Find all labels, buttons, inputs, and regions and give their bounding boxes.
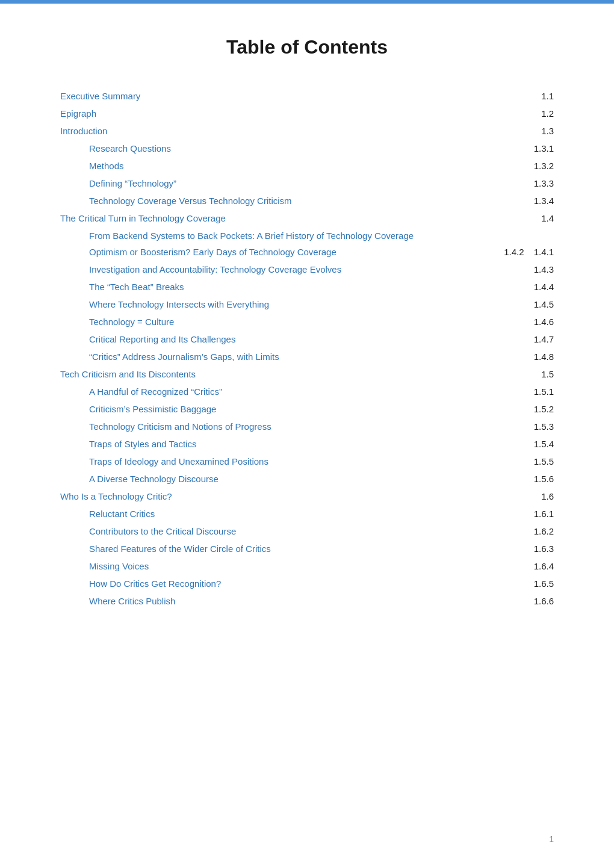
- toc-number: 1.1: [524, 91, 554, 101]
- toc-number: 1.6.1: [524, 509, 554, 519]
- toc-title: Traps of Ideology and Unexamined Positio…: [89, 456, 514, 467]
- toc-title: From Backend Systems to Back Pockets: A …: [89, 231, 554, 241]
- toc-title: How Do Critics Get Recognition?: [89, 578, 514, 589]
- toc-item-investigation[interactable]: Investigation and Accountability: Techno…: [60, 261, 554, 278]
- toc-title: Shared Features of the Wider Circle of C…: [89, 544, 514, 554]
- toc-title: A Diverse Technology Discourse: [89, 474, 514, 484]
- toc-item-who-is-critic[interactable]: Who Is a Technology Critic? 1.6: [60, 488, 554, 505]
- toc-number: 1.3.3: [524, 178, 554, 188]
- toc-number-2: 1.4.1: [534, 247, 554, 257]
- toc-title: The “Tech Beat” Breaks: [89, 282, 514, 292]
- toc-number: 1.6.3: [524, 544, 554, 554]
- toc-title: Defining “Technology”: [89, 178, 514, 188]
- toc-title: Executive Summary: [60, 91, 514, 101]
- page-container: Table of Contents Executive Summary 1.1 …: [0, 0, 614, 868]
- toc-number: 1.5.6: [524, 474, 554, 484]
- toc-number: 1.5.3: [524, 421, 554, 432]
- toc-item-where-critics-publish[interactable]: Where Critics Publish 1.6.6: [60, 592, 554, 610]
- toc-number: 1.3.2: [524, 161, 554, 171]
- toc-number: 1.5.4: [524, 439, 554, 449]
- toc-container: Executive Summary 1.1 Epigraph 1.2 Intro…: [60, 87, 554, 610]
- toc-title: Optimism or Boosterism? Early Days of Te…: [89, 247, 504, 257]
- toc-item-tech-criticism-discontents[interactable]: Tech Criticism and Its Discontents 1.5: [60, 365, 554, 383]
- toc-item-defining-technology[interactable]: Defining “Technology” 1.3.3: [60, 175, 554, 192]
- toc-number: 1.5.2: [524, 404, 554, 414]
- toc-item-missing-voices[interactable]: Missing Voices 1.6.4: [60, 557, 554, 575]
- toc-item-traps-styles[interactable]: Traps of Styles and Tactics 1.5.4: [60, 435, 554, 453]
- toc-title: Critical Reporting and Its Challenges: [89, 334, 514, 344]
- toc-title: A Handful of Recognized “Critics”: [89, 386, 514, 397]
- toc-number: 1.4.5: [524, 299, 554, 309]
- toc-title: Investigation and Accountability: Techno…: [89, 264, 514, 274]
- toc-item-research-questions[interactable]: Research Questions 1.3.1: [60, 140, 554, 157]
- toc-title: Introduction: [60, 126, 514, 136]
- toc-number: 1.4: [524, 213, 554, 223]
- toc-title: Technology Coverage Versus Technology Cr…: [89, 196, 514, 206]
- toc-title: Contributors to the Critical Discourse: [89, 526, 514, 536]
- toc-number: 1.4.4: [524, 282, 554, 292]
- page-number: 1: [549, 834, 554, 844]
- toc-item-criticisms-pessimistic[interactable]: Criticism’s Pessimistic Baggage 1.5.2: [60, 400, 554, 418]
- toc-title: Traps of Styles and Tactics: [89, 439, 514, 449]
- toc-title: Criticism’s Pessimistic Baggage: [89, 404, 514, 414]
- toc-number: 1.4.7: [524, 334, 554, 344]
- toc-item-critics-address[interactable]: “Critics” Address Journalism’s Gaps, wit…: [60, 348, 554, 365]
- toc-title: “Critics” Address Journalism’s Gaps, wit…: [89, 352, 514, 362]
- toc-number: 1.6.4: [524, 561, 554, 571]
- toc-number: 1.6.6: [524, 596, 554, 606]
- toc-number: 1.4.6: [524, 317, 554, 327]
- toc-item-shared-features[interactable]: Shared Features of the Wider Circle of C…: [60, 540, 554, 557]
- toc-title: Technology Criticism and Notions of Prog…: [89, 421, 514, 432]
- toc-item-technology-culture[interactable]: Technology = Culture 1.4.6: [60, 313, 554, 330]
- toc-title: Missing Voices: [89, 561, 514, 571]
- toc-item-handful-critics[interactable]: A Handful of Recognized “Critics” 1.5.1: [60, 383, 554, 400]
- toc-number: 1.5.5: [524, 456, 554, 467]
- toc-item-backend-systems[interactable]: From Backend Systems to Back Pockets: A …: [60, 227, 554, 244]
- toc-title: Reluctant Critics: [89, 509, 514, 519]
- toc-item-how-critics-recognition[interactable]: How Do Critics Get Recognition? 1.6.5: [60, 575, 554, 592]
- toc-item-diverse-tech[interactable]: A Diverse Technology Discourse 1.5.6: [60, 470, 554, 488]
- toc-title: Epigraph: [60, 108, 514, 119]
- page-title: Table of Contents: [60, 36, 554, 58]
- toc-number: 1.6: [524, 491, 554, 501]
- toc-item-traps-ideology[interactable]: Traps of Ideology and Unexamined Positio…: [60, 453, 554, 470]
- toc-item-contributors[interactable]: Contributors to the Critical Discourse 1…: [60, 522, 554, 540]
- toc-number: 1.6.5: [524, 578, 554, 589]
- toc-title: Methods: [89, 161, 514, 171]
- toc-number: 1.4.8: [524, 352, 554, 362]
- toc-title: Who Is a Technology Critic?: [60, 491, 514, 501]
- toc-number-1: 1.4.2: [504, 247, 524, 257]
- page-footer: 1: [549, 834, 554, 844]
- toc-title: Where Critics Publish: [89, 596, 514, 606]
- toc-number: 1.4.3: [524, 264, 554, 274]
- toc-number: 1.6.2: [524, 526, 554, 536]
- toc-numbers: 1.4.2 1.4.1: [504, 247, 554, 257]
- toc-item-tech-criticism-progress[interactable]: Technology Criticism and Notions of Prog…: [60, 418, 554, 435]
- toc-title: Where Technology Intersects with Everyth…: [89, 299, 514, 309]
- toc-title: Tech Criticism and Its Discontents: [60, 369, 514, 379]
- toc-item-critical-reporting[interactable]: Critical Reporting and Its Challenges 1.…: [60, 330, 554, 348]
- toc-item-where-intersects[interactable]: Where Technology Intersects with Everyth…: [60, 296, 554, 313]
- toc-item-optimism[interactable]: Optimism or Boosterism? Early Days of Te…: [60, 243, 554, 261]
- toc-number: 1.2: [524, 108, 554, 119]
- toc-number: 1.3: [524, 126, 554, 136]
- toc-item-executive-summary[interactable]: Executive Summary 1.1: [60, 87, 554, 105]
- toc-title: The Critical Turn in Technology Coverage: [60, 213, 514, 223]
- toc-item-coverage-vs-criticism[interactable]: Technology Coverage Versus Technology Cr…: [60, 192, 554, 209]
- toc-item-tech-beat[interactable]: The “Tech Beat” Breaks 1.4.4: [60, 278, 554, 296]
- toc-title: Technology = Culture: [89, 317, 514, 327]
- toc-number: 1.5.1: [524, 386, 554, 397]
- toc-number: 1.3.1: [524, 143, 554, 153]
- toc-item-critical-turn[interactable]: The Critical Turn in Technology Coverage…: [60, 209, 554, 227]
- toc-number: 1.5: [524, 369, 554, 379]
- toc-title: Research Questions: [89, 143, 514, 153]
- toc-number: 1.3.4: [524, 196, 554, 206]
- top-border-decoration: [0, 0, 614, 4]
- toc-item-epigraph[interactable]: Epigraph 1.2: [60, 105, 554, 122]
- toc-item-methods[interactable]: Methods 1.3.2: [60, 157, 554, 175]
- toc-item-reluctant-critics[interactable]: Reluctant Critics 1.6.1: [60, 505, 554, 522]
- toc-item-introduction[interactable]: Introduction 1.3: [60, 122, 554, 140]
